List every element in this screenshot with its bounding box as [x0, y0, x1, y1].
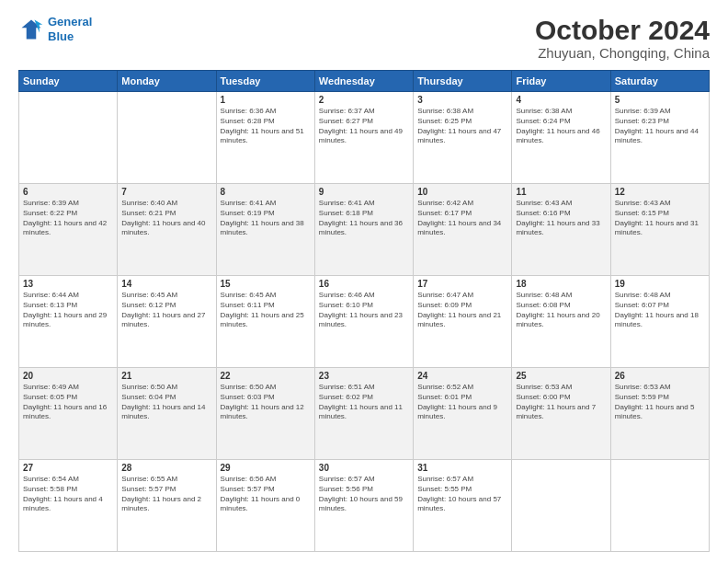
calendar-cell: [512, 460, 610, 552]
calendar-cell: 18Sunrise: 6:48 AMSunset: 6:08 PMDayligh…: [512, 276, 610, 368]
day-header-friday: Friday: [512, 71, 610, 92]
calendar-cell: 28Sunrise: 6:55 AMSunset: 5:57 PMDayligh…: [118, 460, 216, 552]
week-row-3: 20Sunrise: 6:49 AMSunset: 6:05 PMDayligh…: [19, 368, 710, 460]
day-number: 6: [23, 187, 113, 197]
day-number: 31: [417, 463, 507, 473]
header-row: SundayMondayTuesdayWednesdayThursdayFrid…: [19, 71, 710, 92]
cell-content: Sunrise: 6:37 AMSunset: 6:27 PMDaylight:…: [319, 107, 409, 146]
cell-content: Sunrise: 6:48 AMSunset: 6:07 PMDaylight:…: [615, 291, 705, 330]
cell-content: Sunrise: 6:51 AMSunset: 6:02 PMDaylight:…: [319, 383, 409, 422]
calendar-cell: 12Sunrise: 6:43 AMSunset: 6:15 PMDayligh…: [610, 184, 709, 276]
day-header-tuesday: Tuesday: [216, 71, 314, 92]
cell-content: Sunrise: 6:56 AMSunset: 5:57 PMDaylight:…: [221, 475, 311, 514]
day-number: 30: [319, 463, 409, 473]
day-header-monday: Monday: [118, 71, 216, 92]
cell-content: Sunrise: 6:47 AMSunset: 6:09 PMDaylight:…: [417, 291, 507, 330]
calendar-cell: 31Sunrise: 6:57 AMSunset: 5:55 PMDayligh…: [414, 460, 512, 552]
calendar-cell: [610, 460, 709, 552]
day-number: 9: [319, 187, 409, 197]
cell-content: Sunrise: 6:36 AMSunset: 6:28 PMDaylight:…: [221, 107, 311, 146]
day-number: 10: [417, 187, 507, 197]
day-number: 7: [121, 187, 211, 197]
header: General Blue October 2024 Zhuyuan, Chong…: [18, 15, 710, 61]
day-number: 21: [121, 371, 211, 381]
calendar-title: October 2024: [535, 15, 710, 45]
logo-line2: Blue: [48, 29, 74, 43]
calendar-cell: 20Sunrise: 6:49 AMSunset: 6:05 PMDayligh…: [19, 368, 118, 460]
cell-content: Sunrise: 6:46 AMSunset: 6:10 PMDaylight:…: [319, 291, 409, 330]
week-row-1: 6Sunrise: 6:39 AMSunset: 6:22 PMDaylight…: [19, 184, 710, 276]
day-number: 4: [516, 95, 606, 105]
calendar-cell: 9Sunrise: 6:41 AMSunset: 6:18 PMDaylight…: [314, 184, 413, 276]
cell-content: Sunrise: 6:38 AMSunset: 6:25 PMDaylight:…: [417, 107, 507, 146]
cell-content: Sunrise: 6:41 AMSunset: 6:18 PMDaylight:…: [319, 199, 409, 238]
week-row-0: 1Sunrise: 6:36 AMSunset: 6:28 PMDaylight…: [19, 92, 710, 184]
day-number: 5: [615, 95, 705, 105]
cell-content: Sunrise: 6:50 AMSunset: 6:04 PMDaylight:…: [121, 383, 211, 422]
day-number: 23: [319, 371, 409, 381]
calendar-subtitle: Zhuyuan, Chongqing, China: [535, 45, 710, 61]
calendar-cell: [118, 92, 216, 184]
day-number: 19: [615, 279, 705, 289]
day-number: 29: [221, 463, 311, 473]
week-row-2: 13Sunrise: 6:44 AMSunset: 6:13 PMDayligh…: [19, 276, 710, 368]
cell-content: Sunrise: 6:38 AMSunset: 6:24 PMDaylight:…: [516, 107, 606, 146]
calendar-cell: 5Sunrise: 6:39 AMSunset: 6:23 PMDaylight…: [610, 92, 709, 184]
calendar-cell: 29Sunrise: 6:56 AMSunset: 5:57 PMDayligh…: [216, 460, 314, 552]
day-header-saturday: Saturday: [610, 71, 709, 92]
calendar-cell: 26Sunrise: 6:53 AMSunset: 5:59 PMDayligh…: [610, 368, 709, 460]
calendar-cell: 7Sunrise: 6:40 AMSunset: 6:21 PMDaylight…: [118, 184, 216, 276]
cell-content: Sunrise: 6:52 AMSunset: 6:01 PMDaylight:…: [417, 383, 507, 422]
calendar-cell: 10Sunrise: 6:42 AMSunset: 6:17 PMDayligh…: [414, 184, 512, 276]
cell-content: Sunrise: 6:43 AMSunset: 6:16 PMDaylight:…: [516, 199, 606, 238]
logo-line1: General: [48, 15, 92, 29]
cell-content: Sunrise: 6:45 AMSunset: 6:11 PMDaylight:…: [221, 291, 311, 330]
cell-content: Sunrise: 6:41 AMSunset: 6:19 PMDaylight:…: [221, 199, 311, 238]
day-number: 24: [417, 371, 507, 381]
cell-content: Sunrise: 6:39 AMSunset: 6:22 PMDaylight:…: [23, 199, 113, 238]
calendar-table: SundayMondayTuesdayWednesdayThursdayFrid…: [18, 70, 710, 552]
calendar-cell: 23Sunrise: 6:51 AMSunset: 6:02 PMDayligh…: [314, 368, 413, 460]
calendar-cell: 8Sunrise: 6:41 AMSunset: 6:19 PMDaylight…: [216, 184, 314, 276]
day-number: 12: [615, 187, 705, 197]
day-number: 13: [23, 279, 113, 289]
cell-content: Sunrise: 6:42 AMSunset: 6:17 PMDaylight:…: [417, 199, 507, 238]
logo-text: General Blue: [48, 15, 92, 43]
day-number: 17: [417, 279, 507, 289]
logo: General Blue: [18, 15, 92, 43]
cell-content: Sunrise: 6:48 AMSunset: 6:08 PMDaylight:…: [516, 291, 606, 330]
cell-content: Sunrise: 6:45 AMSunset: 6:12 PMDaylight:…: [121, 291, 211, 330]
calendar-cell: 1Sunrise: 6:36 AMSunset: 6:28 PMDaylight…: [216, 92, 314, 184]
calendar-cell: 16Sunrise: 6:46 AMSunset: 6:10 PMDayligh…: [314, 276, 413, 368]
cell-content: Sunrise: 6:44 AMSunset: 6:13 PMDaylight:…: [23, 291, 113, 330]
day-number: 26: [615, 371, 705, 381]
cell-content: Sunrise: 6:43 AMSunset: 6:15 PMDaylight:…: [615, 199, 705, 238]
logo-icon: [18, 17, 44, 42]
day-number: 18: [516, 279, 606, 289]
calendar-cell: 21Sunrise: 6:50 AMSunset: 6:04 PMDayligh…: [118, 368, 216, 460]
day-number: 20: [23, 371, 113, 381]
cell-content: Sunrise: 6:54 AMSunset: 5:58 PMDaylight:…: [23, 475, 113, 514]
day-number: 1: [221, 95, 311, 105]
calendar-cell: 19Sunrise: 6:48 AMSunset: 6:07 PMDayligh…: [610, 276, 709, 368]
calendar-cell: 27Sunrise: 6:54 AMSunset: 5:58 PMDayligh…: [19, 460, 118, 552]
day-header-sunday: Sunday: [19, 71, 118, 92]
day-number: 28: [121, 463, 211, 473]
calendar-cell: 2Sunrise: 6:37 AMSunset: 6:27 PMDaylight…: [314, 92, 413, 184]
cell-content: Sunrise: 6:53 AMSunset: 6:00 PMDaylight:…: [516, 383, 606, 422]
calendar-cell: 4Sunrise: 6:38 AMSunset: 6:24 PMDaylight…: [512, 92, 610, 184]
cell-content: Sunrise: 6:49 AMSunset: 6:05 PMDaylight:…: [23, 383, 113, 422]
calendar-cell: 17Sunrise: 6:47 AMSunset: 6:09 PMDayligh…: [414, 276, 512, 368]
title-block: October 2024 Zhuyuan, Chongqing, China: [535, 15, 710, 61]
cell-content: Sunrise: 6:53 AMSunset: 5:59 PMDaylight:…: [615, 383, 705, 422]
day-number: 8: [221, 187, 311, 197]
cell-content: Sunrise: 6:57 AMSunset: 5:56 PMDaylight:…: [319, 475, 409, 514]
day-number: 3: [417, 95, 507, 105]
day-number: 22: [221, 371, 311, 381]
calendar-cell: 3Sunrise: 6:38 AMSunset: 6:25 PMDaylight…: [414, 92, 512, 184]
day-number: 11: [516, 187, 606, 197]
calendar-cell: 22Sunrise: 6:50 AMSunset: 6:03 PMDayligh…: [216, 368, 314, 460]
week-row-4: 27Sunrise: 6:54 AMSunset: 5:58 PMDayligh…: [19, 460, 710, 552]
day-number: 15: [221, 279, 311, 289]
calendar-cell: 24Sunrise: 6:52 AMSunset: 6:01 PMDayligh…: [414, 368, 512, 460]
